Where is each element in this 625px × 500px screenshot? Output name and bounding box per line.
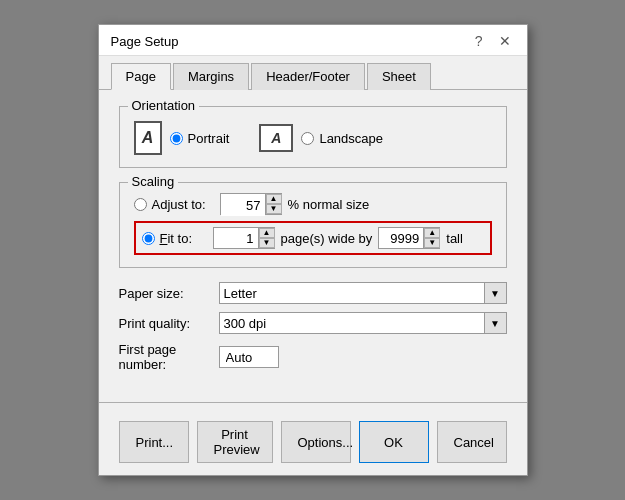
button-row: Print... Print Preview Options... OK Can…	[99, 413, 527, 475]
print-quality-combo[interactable]: 300 dpi ▼	[219, 312, 507, 334]
close-button[interactable]: ✕	[495, 33, 515, 49]
first-page-label: First page number:	[119, 342, 219, 372]
print-quality-select[interactable]: 300 dpi	[220, 313, 484, 333]
options-button[interactable]: Options...	[281, 421, 351, 463]
adjust-suffix: % normal size	[288, 197, 370, 212]
adjust-row: Adjust to: ▲ ▼ % normal size	[134, 193, 492, 215]
paper-size-label: Paper size:	[119, 286, 219, 301]
tab-content: Orientation A Portrait A Landscape	[99, 90, 527, 392]
tab-margins[interactable]: Margins	[173, 63, 249, 90]
fit-row: Fit to: ▲ ▼ page(s) wide by ▲ ▼	[134, 221, 492, 255]
landscape-radio-label[interactable]: Landscape	[301, 131, 383, 146]
adjust-label: Adjust to:	[152, 197, 206, 212]
page-setup-dialog: Page Setup ? ✕ Page Margins Header/Foote…	[98, 24, 528, 476]
fit-tall-input[interactable]	[379, 228, 423, 248]
portrait-label: Portrait	[188, 131, 230, 146]
adjust-radio-label[interactable]: Adjust to:	[134, 197, 214, 212]
fit-tall-down-btn[interactable]: ▼	[424, 238, 440, 248]
fit-radio-label[interactable]: Fit to:	[142, 231, 207, 246]
title-bar: Page Setup ? ✕	[99, 25, 527, 56]
tab-bar: Page Margins Header/Footer Sheet	[99, 56, 527, 90]
orientation-label: Orientation	[128, 98, 200, 113]
fit-label: Fit to:	[160, 231, 193, 246]
fit-wide-suffix: page(s) wide by	[281, 231, 373, 246]
scaling-group: Scaling Adjust to: ▲ ▼ % normal size	[119, 182, 507, 268]
ok-button[interactable]: OK	[359, 421, 429, 463]
tab-sheet[interactable]: Sheet	[367, 63, 431, 90]
fit-tall-suffix: tall	[446, 231, 463, 246]
tab-headerfooter[interactable]: Header/Footer	[251, 63, 365, 90]
adjust-up-btn[interactable]: ▲	[266, 194, 282, 204]
first-page-input[interactable]	[219, 346, 279, 368]
fit-tall-spinner[interactable]: ▲ ▼	[378, 227, 440, 249]
fit-radio[interactable]	[142, 232, 155, 245]
portrait-radio-label[interactable]: Portrait	[170, 131, 230, 146]
fit-wide-down-btn[interactable]: ▼	[259, 238, 275, 248]
paper-size-row: Paper size: Letter ▼	[119, 282, 507, 304]
fit-tall-spin-btns: ▲ ▼	[423, 228, 439, 248]
fit-wide-input[interactable]	[214, 228, 258, 248]
first-page-row: First page number:	[119, 342, 507, 372]
adjust-input[interactable]	[221, 194, 265, 216]
print-quality-label: Print quality:	[119, 316, 219, 331]
paper-size-select[interactable]: Letter	[220, 283, 484, 303]
tab-page[interactable]: Page	[111, 63, 171, 90]
title-bar-controls: ? ✕	[471, 33, 515, 49]
landscape-icon: A	[259, 124, 293, 152]
fit-wide-up-btn[interactable]: ▲	[259, 228, 275, 238]
orientation-row: A Portrait A Landscape	[134, 117, 492, 155]
fit-wide-spinner[interactable]: ▲ ▼	[213, 227, 275, 249]
print-quality-arrow[interactable]: ▼	[484, 313, 506, 333]
fit-tall-up-btn[interactable]: ▲	[424, 228, 440, 238]
portrait-icon: A	[134, 121, 162, 155]
print-preview-button[interactable]: Print Preview	[197, 421, 273, 463]
orientation-group: Orientation A Portrait A Landscape	[119, 106, 507, 168]
portrait-radio[interactable]	[170, 132, 183, 145]
print-button[interactable]: Print...	[119, 421, 189, 463]
portrait-option: A Portrait	[134, 121, 230, 155]
dialog-title: Page Setup	[111, 34, 179, 49]
fit-wide-spin-btns: ▲ ▼	[258, 228, 274, 248]
print-quality-row: Print quality: 300 dpi ▼	[119, 312, 507, 334]
scaling-label: Scaling	[128, 174, 179, 189]
paper-size-combo[interactable]: Letter ▼	[219, 282, 507, 304]
cancel-button[interactable]: Cancel	[437, 421, 507, 463]
adjust-spinner[interactable]: ▲ ▼	[220, 193, 282, 215]
adjust-radio[interactable]	[134, 198, 147, 211]
help-button[interactable]: ?	[471, 33, 487, 49]
paper-size-arrow[interactable]: ▼	[484, 283, 506, 303]
landscape-label: Landscape	[319, 131, 383, 146]
landscape-radio[interactable]	[301, 132, 314, 145]
adjust-down-btn[interactable]: ▼	[266, 204, 282, 214]
landscape-option: A Landscape	[259, 124, 383, 152]
